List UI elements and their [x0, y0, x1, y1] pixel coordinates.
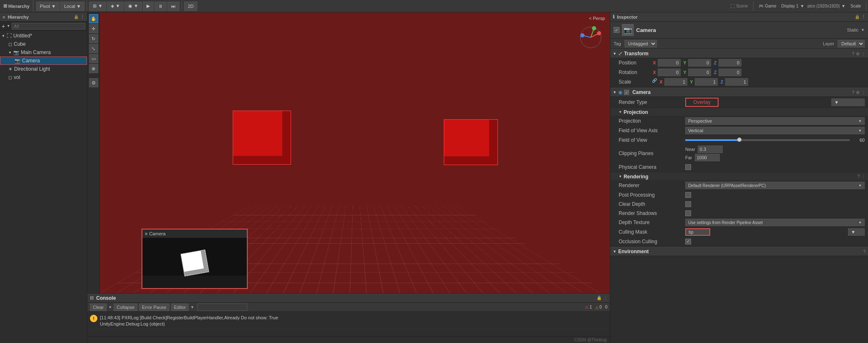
fov-slider[interactable]: [685, 139, 850, 141]
camera-section-header[interactable]: ▼ ◉ Camera ? ⚙ ⋮: [610, 88, 868, 97]
far-input[interactable]: [695, 154, 720, 161]
scale-lock-icon[interactable]: 🔗: [652, 78, 657, 86]
editor-dropdown-icon[interactable]: ▼: [190, 305, 194, 309]
hierarchy-content: ▼ ⛶ Untitled* ◻ Cube ▼ 📷 Main Camera 📷 C…: [0, 31, 87, 343]
hierarchy-item-untitled[interactable]: ▼ ⛶ Untitled*: [0, 32, 87, 40]
x-label: X: [652, 60, 657, 65]
inspector-lock-icon[interactable]: 🔒: [855, 15, 860, 19]
hierarchy-item-cube[interactable]: ◻ Cube: [0, 40, 87, 48]
position-y-input[interactable]: [688, 59, 711, 67]
render-type-dropdown[interactable]: ▼: [831, 99, 865, 106]
hierarchy-item-camera[interactable]: 📷 Camera: [0, 57, 87, 65]
layer-dropdown[interactable]: Default: [838, 40, 865, 47]
clear-button[interactable]: Clear: [90, 304, 107, 311]
renderer-arrow: ▼: [858, 184, 862, 188]
pause-button[interactable]: ⏸: [154, 2, 167, 11]
component-active-checkbox[interactable]: [614, 27, 619, 33]
render-type-box[interactable]: Overlay: [685, 98, 719, 107]
transform-settings-icon[interactable]: ⚙: [856, 52, 860, 56]
environment-help-icon[interactable]: ?: [863, 249, 866, 254]
physical-camera-checkbox[interactable]: [685, 164, 691, 170]
move-tool[interactable]: ✛: [89, 24, 98, 33]
console-tab-label[interactable]: Console: [96, 295, 116, 301]
render-shadows-checkbox[interactable]: [685, 210, 691, 216]
projection-dropdown[interactable]: Perspective ▼: [685, 117, 865, 125]
scene-viewport[interactable]: < Persp ≡ Camera: [100, 12, 610, 293]
renderer-dropdown[interactable]: Default Renderer (URPAssetRendererPC) ▼: [685, 182, 865, 189]
error-count-badge: ⚠ 1: [585, 305, 592, 309]
console-lock-icon[interactable]: 🔒: [597, 296, 602, 300]
rendering-help-icon[interactable]: ?: [857, 174, 860, 179]
snap-button[interactable]: ◈ ▼: [107, 2, 124, 11]
position-x-input[interactable]: [658, 59, 681, 67]
camera-help-icon[interactable]: ?: [852, 90, 854, 95]
depth-texture-dropdown[interactable]: Use settings from Render Pipeline Asset …: [685, 219, 865, 226]
rotation-z-input[interactable]: [719, 69, 741, 76]
scale-x-input[interactable]: [664, 78, 687, 86]
transform-section-header[interactable]: ▼ ⤢ Transform ? ⚙ ⋮: [610, 49, 868, 58]
tag-dropdown[interactable]: Untagged: [624, 40, 657, 47]
projection-subsection-header[interactable]: ▼ Projection: [610, 108, 868, 116]
hierarchy-item-main-camera[interactable]: ▼ 📷 Main Camera: [0, 48, 87, 57]
transform-more-icon[interactable]: ⋮: [861, 52, 866, 56]
rotate-tool[interactable]: ↻: [89, 34, 98, 43]
position-z-input[interactable]: [719, 59, 741, 67]
near-input[interactable]: [698, 146, 723, 153]
step-button[interactable]: ⏭: [167, 2, 179, 11]
camera-section-checkbox[interactable]: [624, 90, 629, 95]
scale-tool[interactable]: ⤡: [89, 44, 98, 53]
rect-tool[interactable]: ▭: [89, 54, 98, 63]
pivot-button[interactable]: Pivot ▼: [36, 2, 60, 11]
play-button[interactable]: ▶: [143, 2, 154, 11]
search-input[interactable]: [12, 23, 85, 30]
rendering-more-icon[interactable]: ⋮: [861, 174, 866, 179]
transform-grid-button[interactable]: ⊞ ▼: [89, 2, 106, 11]
scale-z-input[interactable]: [725, 78, 748, 86]
local-button[interactable]: Local ▼: [60, 2, 85, 11]
settings-tool[interactable]: ⚙: [89, 78, 98, 87]
console-message[interactable]: ! [11:48:43] PXRLog [Build Check]Registe…: [90, 313, 607, 329]
scale-y-input[interactable]: [695, 78, 718, 86]
viewport-area: ✋ ✛ ↻ ⤡ ▭ ⊕ ⚙: [87, 12, 610, 293]
render-type-label: Render Type: [619, 99, 685, 105]
2d-button[interactable]: 2D: [184, 2, 197, 11]
console-search-input[interactable]: [197, 304, 247, 311]
culling-mask-dropdown[interactable]: ▼: [848, 228, 865, 236]
hierarchy-title: Hierarchy: [7, 15, 29, 20]
clear-depth-checkbox[interactable]: [685, 201, 691, 207]
dropdown-icon[interactable]: ▼: [7, 24, 10, 28]
transform-tool[interactable]: ⊕: [89, 64, 98, 73]
rendering-subsection-header[interactable]: ▼ Rendering ? ⋮: [610, 173, 868, 181]
error-pause-button[interactable]: Error Pause: [139, 304, 169, 311]
camera-settings-icon[interactable]: ⚙: [856, 90, 860, 95]
camera-icon: 📷: [13, 50, 19, 55]
inspector-more-icon[interactable]: ⋮: [861, 15, 866, 19]
hierarchy-item-directional-light[interactable]: ☀ Directional Light: [0, 65, 87, 73]
camera-sub-icon: 📷: [15, 58, 20, 64]
rotation-x-input[interactable]: [658, 69, 681, 76]
editor-button[interactable]: Editor: [171, 304, 189, 311]
occlusion-culling-checkbox[interactable]: [685, 239, 691, 244]
static-dropdown[interactable]: ▼: [861, 28, 865, 32]
hierarchy-item-vol[interactable]: ◻ vol: [0, 73, 87, 81]
more-icon[interactable]: ⋮: [80, 15, 85, 19]
clear-dropdown-icon[interactable]: ▼: [108, 305, 112, 309]
hand-tool[interactable]: ✋: [89, 14, 98, 23]
component-name: Camera: [636, 27, 845, 33]
add-icon[interactable]: +: [2, 23, 5, 30]
post-processing-checkbox[interactable]: [685, 192, 691, 198]
lock-icon[interactable]: 🔒: [74, 15, 79, 19]
inspector-content: 📷 Camera Static ▼ Tag Untagged Layer Def…: [610, 22, 868, 343]
rotation-y-input[interactable]: [688, 69, 711, 76]
fov-axis-dropdown[interactable]: Vertical ▼: [685, 127, 865, 134]
camera-more-icon[interactable]: ⋮: [861, 90, 866, 95]
clipping-planes-row: Clipping Planes Near Far: [610, 145, 868, 163]
render-button[interactable]: ◉ ▼: [124, 2, 142, 11]
console-more-icon[interactable]: ⋮: [603, 296, 607, 300]
collapse-button[interactable]: Collapse: [114, 304, 137, 311]
environment-section-header[interactable]: ▼ Environment ?: [610, 247, 868, 256]
clear-depth-row: Clear Depth: [610, 200, 868, 209]
transform-help-icon[interactable]: ?: [852, 52, 854, 56]
culling-mask-box[interactable]: tip: [685, 228, 710, 236]
inspector-header-icons: 🔒 ⋮: [855, 15, 866, 19]
